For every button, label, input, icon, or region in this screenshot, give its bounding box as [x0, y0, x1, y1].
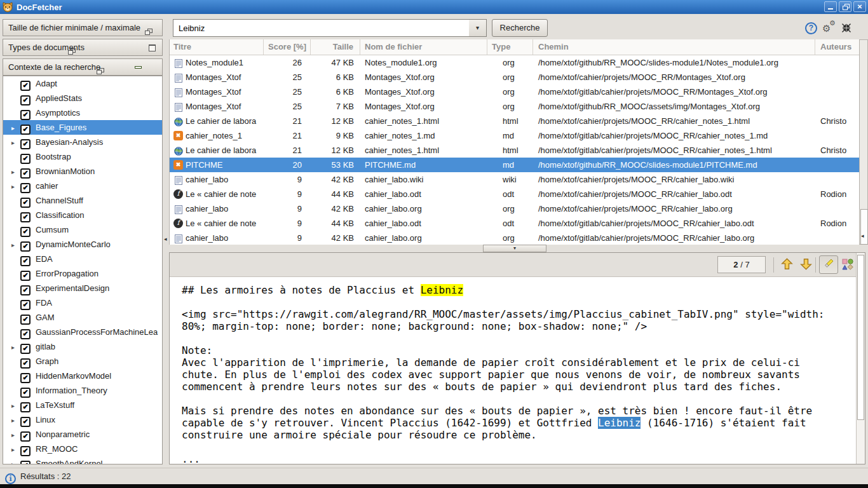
help-button[interactable]: ?	[805, 22, 817, 34]
checkbox-checked[interactable]: ✔	[20, 95, 31, 105]
doctypes-panel-header[interactable]: Types de documents	[3, 39, 163, 56]
tree-item-nonparametric[interactable]: ▸✔Nonparametric	[3, 427, 162, 442]
checkbox-checked[interactable]: ✔	[20, 417, 31, 427]
result-row-cahier-labo-org[interactable]: cahier_labo942 KBcahier_labo.orgorg/home…	[170, 231, 859, 245]
column-header-chemin[interactable]: Chemin	[533, 39, 815, 55]
checkbox-checked[interactable]: ✔	[20, 139, 31, 149]
checkbox-checked[interactable]: ✔	[20, 461, 31, 464]
checkbox-checked[interactable]: ✔	[20, 402, 31, 412]
restore-panel-icon[interactable]	[145, 29, 153, 36]
search-history-dropdown-button[interactable]: ▾	[469, 19, 487, 37]
results-vscrollbar-thumb[interactable]	[860, 209, 868, 245]
checkbox-checked[interactable]: ✔	[20, 183, 31, 193]
minimize-button[interactable]	[824, 1, 837, 12]
search-scope-tree[interactable]: ✔Adapt✔AppliedStats✔Asymptotics▸✔Base_Fi…	[3, 76, 163, 464]
tree-item-fda[interactable]: ✔FDA	[3, 295, 162, 310]
column-header-auteurs[interactable]: Auteurs	[815, 39, 859, 55]
tree-item-bayesian-analysis[interactable]: ▸✔Bayesian-Analysis	[3, 135, 162, 149]
checkbox-checked[interactable]: ✔	[20, 373, 31, 383]
tree-item-brownianmotion[interactable]: ▸✔BrownianMotion	[3, 164, 162, 179]
tree-item-linux[interactable]: ▸✔Linux	[3, 412, 162, 427]
expand-arrow-icon[interactable]: ▸	[11, 238, 20, 252]
tree-item-smoothandkernel[interactable]: ▸✔SmoothAndKernel	[3, 456, 162, 464]
tree-item-bootstrap[interactable]: ✔Bootstrap	[3, 149, 162, 164]
splitter-collapse-button[interactable]: ▾	[483, 245, 546, 252]
expand-arrow-icon[interactable]: ▸	[11, 179, 20, 194]
checkbox-checked[interactable]: ✔	[20, 388, 31, 398]
result-row-cahier-notes-1-md[interactable]: ✖cahier_notes_1219 KBcahier_notes_1.mdmd…	[170, 128, 859, 143]
checkbox-checked[interactable]: ✔	[20, 227, 31, 237]
preview-mode-button[interactable]	[842, 259, 855, 271]
expand-arrow-icon[interactable]: ▸	[11, 340, 20, 355]
result-row-cahier-notes-1-html[interactable]: Le cahier de labora2112 KBcahier_notes_1…	[170, 114, 859, 128]
restore-button[interactable]	[839, 1, 851, 12]
column-header-type[interactable]: Type	[487, 39, 533, 55]
tree-item-graph[interactable]: ✔Graph	[3, 354, 162, 369]
checkbox-checked[interactable]: ✔	[20, 198, 31, 208]
checkbox-checked[interactable]: ✔	[20, 212, 31, 222]
search-input[interactable]	[173, 19, 470, 37]
checkbox-checked[interactable]: ✔	[20, 241, 31, 252]
results-vscrollbar[interactable]: ◂	[859, 39, 868, 245]
checkbox-checked[interactable]: ✔	[20, 329, 31, 339]
maximize-panel-icon[interactable]	[149, 44, 156, 51]
expand-arrow-icon[interactable]: ▸	[11, 121, 20, 135]
tree-item-cumsum[interactable]: ✔Cumsum	[3, 222, 162, 237]
expand-arrow-icon[interactable]: ▸	[11, 457, 20, 464]
tree-item-errorpropagation[interactable]: ✔ErrorPropagation	[3, 266, 162, 281]
checkbox-checked[interactable]: ✔	[20, 271, 31, 281]
result-row-cahier-labo-org[interactable]: cahier_labo942 KBcahier_labo.orgorg/home…	[170, 201, 859, 216]
column-header-taille[interactable]: Taille	[311, 39, 360, 55]
expand-arrow-icon[interactable]: ▸	[11, 165, 20, 179]
search-button[interactable]: Recherche	[492, 19, 548, 37]
tree-item-classification[interactable]: ✔Classification	[3, 208, 162, 222]
next-match-button[interactable]	[799, 258, 813, 272]
tree-item-asymptotics[interactable]: ✔Asymptotics	[3, 105, 162, 120]
tree-item-cahier[interactable]: ▸✔cahier	[3, 179, 162, 193]
checkbox-checked[interactable]: ✔	[20, 110, 31, 120]
tree-item-appliedstats[interactable]: ✔AppliedStats	[3, 91, 162, 105]
tree-item-channelstuff[interactable]: ✔ChannelStuff	[3, 193, 162, 208]
sidebar-sash-collapse-icon[interactable]: ◂	[164, 236, 167, 242]
filesize-panel-header[interactable]: Taille de fichier minimale / maximale	[3, 19, 163, 36]
checkbox-checked[interactable]: ✔	[20, 358, 31, 369]
result-row-montages-xtof-org[interactable]: Montages_Xtof256 KBMontages_Xtof.orgorg/…	[170, 85, 859, 99]
tree-item-gaussianprocessformachinelea[interactable]: ✔GaussianProcessForMachineLea	[3, 325, 162, 339]
tree-item-latexstuff[interactable]: ▸✔LaTeXstuff	[3, 398, 162, 412]
checkbox-checked[interactable]: ✔	[20, 315, 31, 325]
column-header-nom-de-fichier[interactable]: Nom de fichier	[360, 39, 487, 55]
tree-item-base-figures[interactable]: ▸✔Base_Figures	[3, 120, 162, 135]
minimize-to-tray-button[interactable]	[841, 23, 851, 35]
restore-panel-icon[interactable]	[97, 68, 104, 75]
tree-item-rr-mooc[interactable]: ▸✔RR_MOOC	[3, 442, 162, 456]
preview-scrollbar[interactable]	[856, 253, 865, 464]
result-row-cahier-labo-odt[interactable]: fLe « cahier de note944 KBcahier_labo.od…	[170, 216, 859, 231]
checkbox-checked[interactable]: ✔	[20, 256, 31, 266]
expand-arrow-icon[interactable]: ▸	[11, 442, 20, 457]
checkbox-checked[interactable]: ✔	[20, 81, 31, 91]
result-row-cahier-labo-wiki[interactable]: cahier_labo942 KBcahier_labo.wikiwiki/ho…	[170, 172, 859, 187]
restore-panel-icon[interactable]	[68, 48, 76, 55]
expand-arrow-icon[interactable]: ▸	[11, 135, 20, 150]
result-row-montages-xtof-org[interactable]: Montages_Xtof257 KBMontages_Xtof.orgorg/…	[170, 99, 859, 114]
tree-item-gam[interactable]: ✔GAM	[3, 310, 162, 325]
highlight-toggle-button[interactable]	[819, 255, 838, 274]
checkbox-checked[interactable]: ✔	[20, 154, 31, 164]
checkbox-checked[interactable]: ✔	[20, 344, 31, 354]
checkbox-checked[interactable]: ✔	[20, 300, 31, 310]
expand-arrow-icon[interactable]: ▸	[11, 428, 20, 442]
column-header-score[interactable]: Score [%]	[264, 39, 311, 55]
tree-item-eda[interactable]: ✔EDA	[3, 252, 162, 266]
tree-item-gitlab[interactable]: ▸✔gitlab	[3, 339, 162, 354]
tree-item-dynamicmontecarlo[interactable]: ▸✔DynamicMonteCarlo	[3, 237, 162, 252]
tree-item-hiddenmarkovmodel[interactable]: ✔HiddenMarkovModel	[3, 369, 162, 383]
preview-scrollbar-thumb[interactable]	[857, 255, 864, 420]
result-row-montages-xtof-org[interactable]: Montages_Xtof256 KBMontages_Xtof.orgorg/…	[170, 70, 859, 85]
checkbox-checked[interactable]: ✔	[20, 431, 31, 442]
result-row-cahier-notes-1-html[interactable]: Le cahier de labora2112 KBcahier_notes_1…	[170, 143, 859, 158]
tree-item-adapt[interactable]: ✔Adapt	[3, 76, 162, 91]
previous-match-button[interactable]	[780, 258, 794, 272]
checkbox-checked[interactable]: ✔	[20, 125, 31, 135]
expand-arrow-icon[interactable]: ▸	[11, 413, 20, 428]
expand-arrow-icon[interactable]: ▸	[11, 398, 20, 413]
